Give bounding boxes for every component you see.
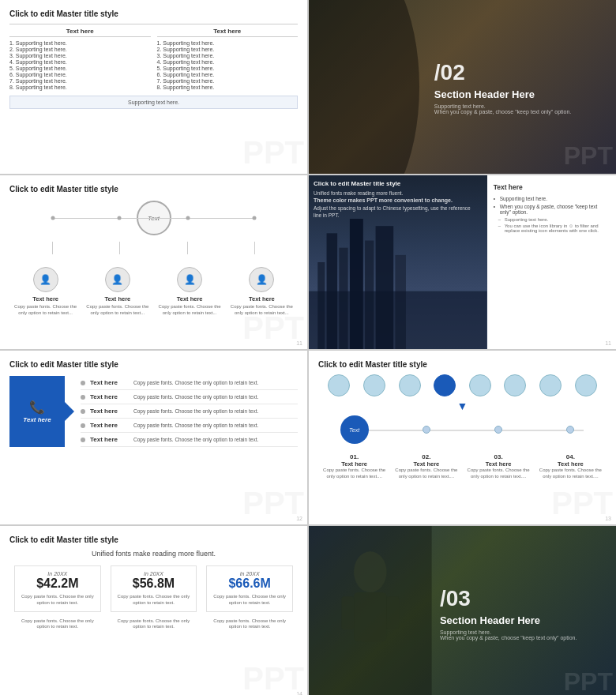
stat-year-1: In 20XX — [18, 571, 97, 577]
row-desc-2: Copy paste fonts. Choose the only option… — [133, 394, 298, 400]
tl-desc-1: Copy paste fonts. Choose the only option… — [322, 468, 385, 480]
tl-label-item-1: 01. Text here Copy paste fonts. Choose t… — [322, 449, 385, 480]
slide4-rp-item2: •When you copy & paste, choose "keep tex… — [494, 204, 610, 215]
row-dot-3 — [81, 409, 85, 414]
watermark8: PPT — [564, 667, 613, 695]
bubble-7 — [539, 374, 562, 396]
slide-4: Click to edit Master title style Unified… — [309, 175, 616, 349]
phone-icon: 📞 — [29, 400, 45, 415]
icon-desc-1: Copy paste fonts. Choose the only option… — [13, 304, 77, 317]
slide4-rp-item4: –You can use the icon library in ☺ to fi… — [494, 224, 610, 233]
slide3-title: Click to edit Master title style — [9, 185, 298, 194]
tl-num-1: 01. — [350, 453, 359, 460]
icon-label-4: Text here — [249, 295, 275, 302]
tl-desc-2: Copy paste fonts. Choose the only option… — [395, 468, 458, 480]
list-item: 5. Supporting text here. — [9, 66, 151, 71]
icon-circle-2: 👤 — [105, 267, 130, 292]
icon-desc-4: Copy paste fonts. Choose the only option… — [230, 304, 293, 317]
row-dot-4 — [81, 423, 85, 428]
row-dot-2 — [81, 395, 85, 400]
tl-num-2: 02. — [422, 453, 430, 460]
bubble-1 — [328, 374, 350, 396]
tl-num-4: 04. — [566, 453, 575, 460]
slide2-section-num: /02 — [434, 60, 603, 85]
tl-label-2: Text here — [413, 460, 439, 468]
tl-circle-1: Text — [340, 415, 369, 444]
stat-value-1: $42.2M — [18, 577, 97, 591]
watermark: PPT — [242, 135, 304, 171]
slide2-section-sub1: Supporting text here. — [434, 103, 603, 109]
icon-item-3: 👤 Text here Copy paste fonts. Choose the… — [158, 267, 221, 317]
bubble-5 — [469, 374, 491, 396]
slide-2: /02 Section Header Here Supporting text … — [309, 0, 616, 174]
tl-item-2 — [395, 415, 458, 444]
slide4-rp-item1: •Supporting text here. — [494, 196, 610, 201]
list-item: 3. Supporting text here. — [157, 53, 299, 58]
slide6-arrow-down: ▼ — [318, 400, 607, 412]
slide-3: Click to edit Master title style Text — [0, 175, 307, 349]
tl-num-3: 03. — [494, 453, 503, 460]
bubble-2 — [363, 374, 385, 396]
slide5-arrow-box: 📞 Text here — [9, 376, 65, 447]
list-row-5: Text here Copy paste fonts. Choose the o… — [81, 433, 298, 447]
slide2-section-sub2: When you copy & paste, choose "keep text… — [434, 109, 603, 115]
slide7-stats-row: In 20XX $42.2M Copy paste fonts. Choose … — [9, 565, 298, 612]
svg-rect-10 — [354, 592, 386, 641]
slide2-section-title: Section Header Here — [434, 88, 603, 100]
stat-desc-3: Copy paste fonts. Choose the only option… — [210, 594, 289, 607]
icon-label-2: Text here — [104, 295, 130, 302]
stat-value-2: $56.8M — [115, 577, 193, 591]
slide5-arrow-section: 📞 Text here Text here Copy paste fonts. … — [9, 376, 298, 447]
stat-desc-1: Copy paste fonts. Choose the only option… — [18, 594, 97, 607]
icon-circle-4: 👤 — [249, 267, 274, 292]
icon-label-3: Text here — [177, 295, 203, 302]
list-item: 4. Supporting text here. — [9, 59, 151, 65]
slide7-desc-row: Copy paste fonts. Choose the only option… — [9, 618, 298, 631]
row-label-4: Text here — [90, 422, 133, 429]
slide8-section-sub1: Supporting text here. — [440, 629, 603, 635]
slide2-bg: /02 Section Header Here Supporting text … — [309, 0, 616, 174]
row-label-2: Text here — [90, 393, 133, 400]
slide5-title: Click to edit Master title style — [9, 360, 298, 370]
slide6-bubble-row — [318, 374, 607, 396]
slide-6: Click to edit Master title style ▼ Text — [309, 351, 616, 524]
slide5-arrow-text: Text here — [23, 416, 51, 423]
icon-desc-2: Copy paste fonts. Choose the only option… — [86, 304, 149, 317]
icon-item-4: 👤 Text here Copy paste fonts. Choose the… — [230, 267, 293, 317]
list-row-1: Text here Copy paste fonts. Choose the o… — [81, 376, 298, 390]
list-item: 7. Supporting text here. — [9, 78, 151, 84]
tl-desc-4: Copy paste fonts. Choose the only option… — [539, 468, 602, 480]
stat-item-1: In 20XX $42.2M Copy paste fonts. Choose … — [14, 565, 101, 612]
list-item: 4. Supporting text here. — [157, 59, 299, 65]
watermark6: PPT — [551, 486, 613, 521]
slide4-title: Click to edit Master title style — [314, 180, 400, 187]
row-label-3: Text here — [90, 408, 133, 415]
stat-year-2: In 20XX — [115, 571, 193, 577]
slide-1: Click to edit Master title style Text he… — [0, 0, 307, 174]
bubble-6 — [504, 374, 526, 396]
slide3-icon-row: 👤 Text here Copy paste fonts. Choose the… — [9, 267, 298, 317]
watermark5: PPT — [242, 486, 304, 521]
list-item: 8. Supporting text here. — [9, 85, 151, 90]
list-row-2: Text here Copy paste fonts. Choose the o… — [81, 390, 298, 404]
slide1-col2-header: Text here — [157, 28, 299, 37]
icon-circle-1: 👤 — [33, 267, 58, 292]
slide6-page-num: 13 — [605, 516, 611, 521]
slide-8: /03 Section Header Here Supporting text … — [309, 526, 616, 695]
bubble-3 — [399, 374, 421, 396]
slide1-title: Click to edit Master title style — [9, 9, 298, 19]
slide7-desc-item-1: Copy paste fonts. Choose the only option… — [14, 618, 101, 631]
slide4-right-title: Text here — [494, 183, 610, 191]
tl-label-item-2: 02. Text here Copy paste fonts. Choose t… — [395, 449, 458, 480]
slide-grid: Click to edit Master title style Text he… — [0, 0, 616, 695]
icon-desc-3: Copy paste fonts. Choose the only option… — [158, 304, 221, 317]
row-dot-1 — [81, 381, 85, 385]
slide6-title: Click to edit Master title style — [318, 360, 607, 370]
slide-5: Click to edit Master title style 📞 Text … — [0, 351, 307, 524]
list-item: 2. Supporting text here. — [9, 47, 151, 52]
tl-item-1: Text — [322, 415, 385, 444]
slide3-mind-center: Text — [9, 201, 298, 235]
row-label-1: Text here — [90, 379, 133, 386]
stat-item-3: In 20XX $66.6M Copy paste fonts. Choose … — [206, 565, 293, 612]
stat-year-3: In 20XX — [210, 571, 289, 577]
